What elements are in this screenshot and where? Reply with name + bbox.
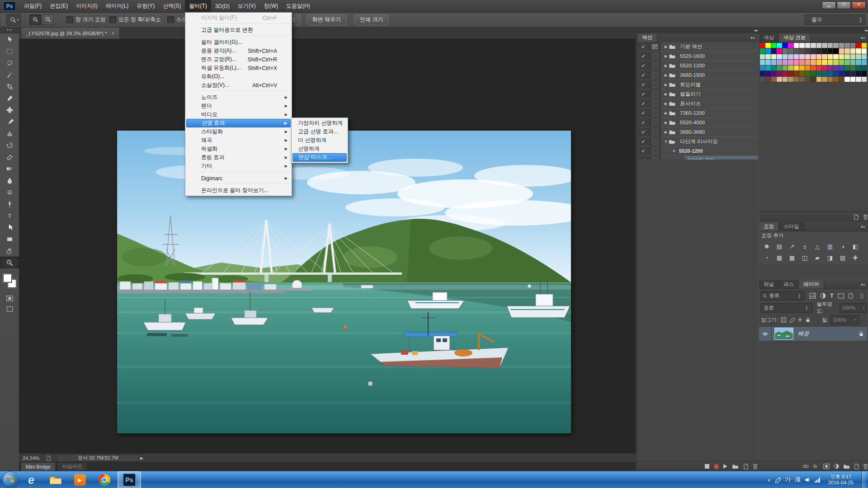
- expand-arrow-icon[interactable]: ▶: [663, 130, 669, 134]
- action-checkmark[interactable]: ✓: [637, 42, 650, 51]
- swatch-2-18[interactable]: [856, 48, 861, 53]
- filter-menu-item-24[interactable]: 온라인으로 필터 찾아보기...: [186, 186, 291, 195]
- swatch-7-3[interactable]: [771, 77, 776, 82]
- eyedropper-tool-icon[interactable]: [0, 92, 19, 104]
- menu-10[interactable]: 창(W): [260, 0, 282, 12]
- action-checkmark[interactable]: ✓: [637, 80, 650, 89]
- action-checkmark[interactable]: ✓: [637, 146, 650, 155]
- swatch-3-13[interactable]: [828, 54, 833, 59]
- swatch-5-4[interactable]: [777, 66, 782, 70]
- swatch-4-14[interactable]: [833, 60, 838, 65]
- swatch-1-6[interactable]: [788, 43, 793, 48]
- swatch-2-7[interactable]: [794, 48, 799, 53]
- dodge-tool-icon[interactable]: [0, 186, 19, 198]
- action-modifier[interactable]: [650, 146, 660, 155]
- panel-menu-icon[interactable]: ▾≡: [750, 33, 758, 42]
- tab-timeline[interactable]: 타임라인: [57, 462, 87, 471]
- swatch-1-17[interactable]: [850, 43, 855, 48]
- status-popup-arrow-icon[interactable]: ▶: [140, 456, 143, 460]
- filter-menu-item-12[interactable]: 노이즈▶: [186, 93, 291, 102]
- shape-tool-icon[interactable]: [0, 233, 19, 245]
- sharpen-menu-item-2[interactable]: 고급 선명 효과...: [292, 127, 347, 136]
- tab-layers[interactable]: 레이어: [799, 280, 824, 289]
- photo-filter-icon[interactable]: ◔: [760, 252, 773, 263]
- swatch-2-12[interactable]: [822, 48, 827, 53]
- workspace-switcher[interactable]: 필수 ▲▼: [805, 14, 865, 25]
- crop-tool-icon[interactable]: [0, 80, 19, 92]
- swatch-2-4[interactable]: [777, 48, 782, 53]
- filter-menu-item-6[interactable]: 응용 광각(A)...Shift+Ctrl+A: [186, 47, 291, 55]
- screen-mode-icon[interactable]: [0, 304, 19, 314]
- swatch-2-13[interactable]: [828, 48, 833, 53]
- opacity-field[interactable]: 100% ▾: [840, 303, 867, 313]
- swatch-1-5[interactable]: [783, 43, 788, 48]
- swatch-1-19[interactable]: [862, 43, 867, 48]
- menu-3[interactable]: 이미지(I): [72, 0, 101, 12]
- tab-styles[interactable]: 스타일: [779, 222, 804, 231]
- option-button-3[interactable]: 인쇄 크기: [354, 14, 389, 25]
- levels-icon[interactable]: ▤: [773, 241, 786, 252]
- taskbar-app-media-player[interactable]: ▶: [69, 472, 91, 488]
- action-modifier[interactable]: [650, 99, 660, 108]
- swatch-2-3[interactable]: [771, 48, 776, 53]
- swatch-6-18[interactable]: [856, 71, 861, 76]
- zoom-tool-preset[interactable]: ▾: [7, 14, 21, 26]
- swatch-2-5[interactable]: [783, 48, 788, 53]
- delete-swatch-icon[interactable]: [863, 214, 868, 220]
- swatch-4-18[interactable]: [856, 60, 861, 65]
- menu-7[interactable]: 필터(T): [185, 0, 211, 12]
- menu-9[interactable]: 보기(V): [234, 0, 260, 12]
- swatch-4-6[interactable]: [788, 60, 793, 65]
- lock-pixels-icon[interactable]: [789, 317, 795, 323]
- swatch-3-12[interactable]: [822, 54, 827, 59]
- filter-shape-layers-icon[interactable]: [838, 293, 844, 299]
- swatch-1-4[interactable]: [777, 43, 782, 48]
- action-checkmark[interactable]: ✓: [637, 118, 650, 127]
- swatch-3-9[interactable]: [805, 54, 810, 59]
- swatch-6-16[interactable]: [844, 71, 849, 76]
- action-checkmark[interactable]: ✓: [637, 137, 650, 146]
- swatch-3-1[interactable]: [760, 54, 765, 59]
- swatch-4-13[interactable]: [828, 60, 833, 65]
- blend-mode-select[interactable]: 표준 ▲▼: [760, 303, 813, 313]
- path-selection-tool-icon[interactable]: [0, 221, 19, 233]
- canvas-pasteboard[interactable]: [19, 39, 636, 453]
- swatch-2-17[interactable]: [850, 48, 855, 53]
- swatch-3-6[interactable]: [788, 54, 793, 59]
- action-modifier[interactable]: [650, 52, 660, 61]
- menu-8[interactable]: 3D(D): [211, 0, 234, 12]
- sharpen-menu-item-4[interactable]: 선명하게: [292, 145, 347, 153]
- swatch-6-13[interactable]: [828, 71, 833, 76]
- swatch-6-8[interactable]: [799, 71, 804, 76]
- expand-arrow-icon[interactable]: ▼: [671, 149, 677, 153]
- swatch-7-5[interactable]: [783, 77, 788, 82]
- hue-saturation-icon[interactable]: ▥: [824, 241, 836, 252]
- add-mask-icon[interactable]: [823, 464, 830, 469]
- dialog-toggle[interactable]: [652, 129, 658, 135]
- swatch-4-4[interactable]: [777, 60, 782, 65]
- swatch-1-1[interactable]: [760, 43, 765, 48]
- swatch-3-10[interactable]: [811, 54, 816, 59]
- sharpen-menu-item-3[interactable]: 더 선명하게: [292, 136, 347, 145]
- expand-arrow-icon[interactable]: ▶: [663, 83, 669, 87]
- action-modifier[interactable]: [650, 137, 660, 146]
- filter-adjustment-layers-icon[interactable]: [820, 293, 826, 299]
- swatch-grid[interactable]: [760, 42, 867, 82]
- swatch-4-11[interactable]: [816, 60, 821, 65]
- filter-smart-objects-icon[interactable]: [848, 293, 853, 299]
- document-info-field[interactable]: 문서:32.7M/32.7M: [57, 454, 139, 462]
- rectangular-marquee-tool-icon[interactable]: [0, 45, 19, 57]
- color-lookup-icon[interactable]: ▩: [786, 252, 798, 263]
- show-desktop-button[interactable]: [861, 471, 866, 488]
- quick-selection-tool-icon[interactable]: [0, 69, 19, 80]
- taskbar-app-chrome[interactable]: [93, 472, 116, 488]
- link-layers-icon[interactable]: [802, 465, 809, 468]
- new-action-icon[interactable]: [743, 464, 748, 469]
- action-checkmark[interactable]: ✓: [637, 99, 650, 108]
- zoom-in-button[interactable]: [29, 14, 41, 25]
- layer-row-background[interactable]: 배경: [759, 327, 867, 341]
- swatch-5-5[interactable]: [783, 66, 788, 70]
- swatch-1-11[interactable]: [816, 43, 821, 48]
- brush-tool-icon[interactable]: [0, 116, 19, 127]
- swatch-3-16[interactable]: [844, 54, 849, 59]
